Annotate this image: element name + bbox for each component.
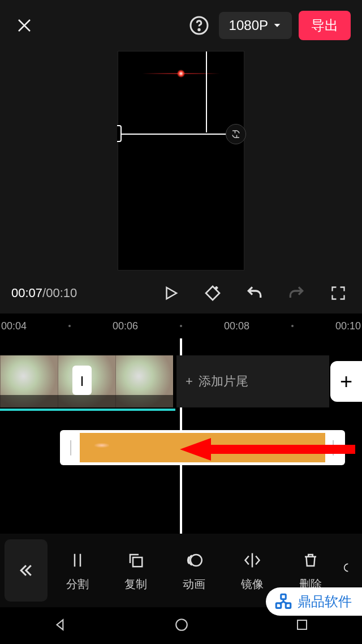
more-icon bbox=[341, 559, 352, 576]
fullscreen-icon bbox=[330, 285, 346, 301]
svg-rect-3 bbox=[133, 557, 142, 566]
overlay-guide-vertical bbox=[206, 51, 207, 132]
svg-point-5 bbox=[176, 619, 187, 630]
tool-animation[interactable]: 动画 bbox=[166, 549, 222, 592]
rotate-icon bbox=[231, 129, 241, 139]
export-button[interactable]: 导出 bbox=[299, 11, 351, 40]
resolution-dropdown[interactable]: 1080P bbox=[219, 12, 292, 39]
timeline-ruler[interactable]: 00:04 00:06 00:08 00:10 bbox=[0, 314, 362, 338]
play-icon bbox=[162, 285, 179, 302]
help-button[interactable] bbox=[186, 12, 212, 38]
svg-point-1 bbox=[198, 29, 199, 30]
overlay-handle-left[interactable] bbox=[117, 125, 122, 142]
delete-icon bbox=[302, 552, 319, 569]
clip-handle-left[interactable]: │ bbox=[63, 433, 80, 462]
add-ending-button[interactable]: + 添加片尾 bbox=[176, 355, 329, 407]
circle-home-icon bbox=[174, 617, 189, 632]
tool-delete[interactable]: 删除 bbox=[283, 549, 339, 592]
nav-recent-button[interactable] bbox=[295, 618, 309, 634]
tool-mirror[interactable]: 镜像 bbox=[225, 549, 281, 592]
animation-icon bbox=[184, 552, 204, 569]
watermark-logo-icon bbox=[274, 592, 293, 611]
close-icon bbox=[16, 17, 33, 34]
tool-split[interactable]: 分割 bbox=[50, 549, 106, 592]
add-clip-button[interactable]: + bbox=[330, 361, 362, 402]
ruler-mark: 00:10 bbox=[335, 320, 361, 332]
resolution-label: 1080P bbox=[229, 18, 268, 33]
preview-area bbox=[0, 51, 362, 276]
split-icon bbox=[69, 551, 86, 570]
mirror-icon bbox=[244, 552, 261, 569]
copy-icon bbox=[127, 552, 144, 569]
timecode-display: 00:07/00:10 bbox=[11, 286, 77, 300]
nav-home-button[interactable] bbox=[174, 617, 189, 634]
tool-more[interactable] bbox=[341, 557, 357, 584]
redo-button[interactable] bbox=[284, 281, 309, 306]
triangle-back-icon bbox=[53, 617, 68, 632]
ruler-mark: 00:06 bbox=[113, 320, 138, 332]
keyframe-add-icon bbox=[204, 284, 222, 302]
effect-clip[interactable]: │ │ bbox=[60, 430, 345, 465]
plus-icon: + bbox=[186, 374, 193, 389]
transport-bar: 00:07/00:10 bbox=[0, 276, 362, 314]
collapse-toolbar-button[interactable] bbox=[5, 539, 48, 602]
effect-clip-body[interactable] bbox=[80, 433, 325, 462]
top-bar: 1080P 导出 bbox=[0, 0, 362, 51]
svg-point-4 bbox=[191, 555, 202, 566]
help-icon bbox=[189, 15, 209, 36]
undo-button[interactable] bbox=[242, 281, 267, 306]
undo-icon bbox=[245, 284, 264, 302]
ruler-mark: 00:08 bbox=[224, 320, 249, 332]
keyframe-button[interactable] bbox=[200, 281, 225, 306]
timeline-area[interactable]: | + 添加片尾 + │ │ bbox=[0, 338, 362, 553]
clip-handle-right[interactable]: │ bbox=[325, 433, 342, 462]
ruler-mark: 00:04 bbox=[1, 320, 27, 332]
flare-effect bbox=[118, 68, 244, 79]
overlay-rotate-handle[interactable] bbox=[226, 124, 246, 144]
tool-copy[interactable]: 复制 bbox=[108, 549, 164, 592]
nav-back-button[interactable] bbox=[53, 617, 68, 634]
overlay-guide-horizontal bbox=[118, 134, 244, 135]
redo-icon bbox=[287, 284, 305, 302]
close-button[interactable] bbox=[11, 12, 37, 38]
square-recent-icon bbox=[295, 618, 309, 632]
svg-rect-7 bbox=[281, 594, 286, 599]
chevron-down-icon bbox=[273, 21, 282, 30]
watermark-badge: 鼎品软件 bbox=[266, 587, 362, 616]
svg-rect-6 bbox=[298, 620, 307, 629]
play-button[interactable] bbox=[158, 281, 183, 306]
fullscreen-button[interactable] bbox=[326, 281, 351, 306]
audio-track-line[interactable] bbox=[0, 409, 175, 411]
transition-button[interactable]: | bbox=[72, 366, 92, 395]
chevron-left-double-icon bbox=[18, 562, 35, 579]
video-preview[interactable] bbox=[118, 51, 244, 271]
